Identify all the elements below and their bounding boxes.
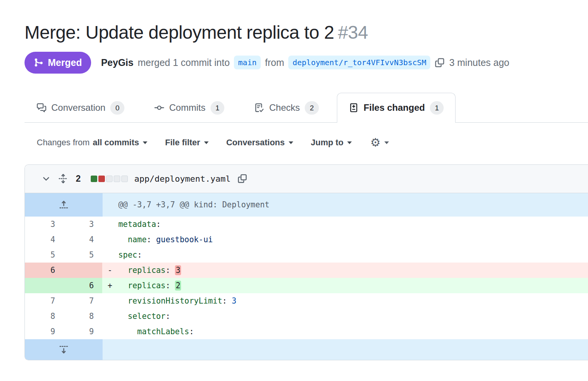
hunk-header-text: @@ -3,7 +3,7 @@ kind: Deployment bbox=[103, 193, 588, 217]
diff-sign: + bbox=[108, 278, 118, 293]
timestamp: 3 minutes ago bbox=[449, 57, 509, 68]
base-branch-label[interactable]: main bbox=[234, 56, 261, 69]
tab-count: 2 bbox=[305, 101, 319, 115]
diff-toolbar: Changes from all commits File filter Con… bbox=[37, 136, 588, 149]
code-token: : bbox=[165, 312, 170, 321]
code-token: : bbox=[147, 235, 156, 244]
code-token: 2 bbox=[175, 281, 181, 291]
git-merge-icon bbox=[34, 57, 44, 67]
old-line-number[interactable] bbox=[25, 278, 64, 293]
old-line-number[interactable]: 8 bbox=[25, 309, 64, 324]
pr-tab-nav: Conversation 0 Commits 1 Checks 2 Files … bbox=[24, 93, 588, 123]
pr-title-text: Merge: Update deployment replica to 2 bbox=[24, 22, 334, 43]
tab-commits[interactable]: Commits 1 bbox=[142, 93, 236, 123]
code-content: - replicas: 3 bbox=[102, 263, 588, 278]
diffstat-square-deleted bbox=[98, 176, 105, 182]
new-line-number[interactable]: 8 bbox=[64, 309, 102, 324]
chevron-down-icon bbox=[347, 141, 352, 144]
code-token: : bbox=[189, 327, 194, 336]
code-content: matchLabels: bbox=[102, 324, 588, 339]
file-filter-dropdown[interactable]: File filter bbox=[165, 138, 209, 148]
diffstat-square-neutral bbox=[114, 176, 120, 182]
expand-row-filler bbox=[103, 339, 588, 360]
tab-files-changed[interactable]: Files changed 1 bbox=[337, 93, 456, 123]
diff-line-del: 6- replicas: 3 bbox=[25, 263, 588, 278]
code-token: 3 bbox=[232, 296, 236, 305]
code-token: name bbox=[118, 235, 147, 244]
expand-down-icon bbox=[59, 344, 69, 355]
old-line-number[interactable]: 3 bbox=[25, 217, 64, 232]
code-token: matchLabels bbox=[118, 327, 189, 336]
code-content: spec: bbox=[102, 247, 588, 263]
copy-branch-button[interactable] bbox=[434, 57, 445, 68]
tab-label: Checks bbox=[269, 102, 300, 113]
from-text: from bbox=[265, 57, 284, 68]
changes-from-dropdown[interactable]: Changes from all commits bbox=[37, 138, 147, 148]
diff-settings-button[interactable]: ⚙ bbox=[368, 136, 391, 149]
tab-label: Files changed bbox=[364, 102, 425, 113]
old-line-number[interactable]: 5 bbox=[25, 247, 64, 263]
new-line-number[interactable]: 5 bbox=[64, 247, 102, 263]
status-badge: Merged bbox=[24, 52, 91, 74]
collapse-file-button[interactable] bbox=[42, 174, 51, 183]
jump-to-dropdown[interactable]: Jump to bbox=[311, 138, 352, 148]
file-path-link[interactable]: app/deployment.yaml bbox=[134, 174, 231, 184]
diffstat-square-neutral bbox=[106, 176, 113, 182]
code-content: + replicas: 2 bbox=[102, 278, 588, 293]
code-content: metadata: bbox=[102, 217, 588, 232]
new-line-number[interactable]: 7 bbox=[64, 293, 102, 309]
code-content: selector: bbox=[102, 309, 588, 324]
hunk-header-row: @@ -3,7 +3,7 @@ kind: Deployment bbox=[25, 193, 588, 217]
file-diff-icon bbox=[349, 103, 359, 113]
tab-count: 1 bbox=[211, 101, 225, 115]
new-line-number[interactable] bbox=[64, 263, 102, 278]
new-line-number[interactable]: 6 bbox=[64, 278, 102, 293]
code-token: 3 bbox=[175, 265, 181, 275]
unfold-icon bbox=[58, 174, 68, 184]
tab-label: Conversation bbox=[51, 102, 105, 113]
tab-label: Commits bbox=[169, 102, 206, 113]
diff-line-context: 33metadata: bbox=[25, 217, 588, 232]
old-line-number[interactable]: 4 bbox=[25, 232, 64, 247]
new-line-number[interactable]: 4 bbox=[64, 232, 102, 247]
old-line-number[interactable]: 6 bbox=[25, 263, 64, 278]
code-token: guestbook-ui bbox=[156, 235, 213, 244]
code-token: spec bbox=[118, 250, 137, 259]
author-link[interactable]: PeyGis bbox=[101, 57, 134, 68]
diff-table: @@ -3,7 +3,7 @@ kind: Deployment 33metad… bbox=[25, 193, 588, 360]
chevron-down-icon bbox=[42, 174, 51, 183]
pr-number: #34 bbox=[338, 22, 368, 43]
pr-meta-description: PeyGis merged 1 commit into main from de… bbox=[101, 56, 514, 69]
tab-checks[interactable]: Checks 2 bbox=[242, 93, 331, 123]
tab-conversation[interactable]: Conversation 0 bbox=[24, 93, 136, 123]
code-token: : bbox=[137, 250, 142, 259]
conversations-dropdown[interactable]: Conversations bbox=[226, 138, 293, 148]
old-line-number[interactable]: 9 bbox=[25, 324, 64, 339]
status-label: Merged bbox=[48, 57, 82, 68]
code-token: : bbox=[165, 266, 175, 275]
code-token: : bbox=[165, 281, 175, 290]
chevron-down-icon bbox=[289, 141, 293, 144]
checklist-icon bbox=[254, 103, 264, 113]
diff-line-context: 88 selector: bbox=[25, 309, 588, 324]
merge-action-text: merged 1 commit into bbox=[138, 57, 230, 68]
chevron-down-icon bbox=[143, 141, 147, 144]
gear-icon: ⚙ bbox=[370, 137, 381, 148]
head-branch-label[interactable]: deployment/r_tor4VFIvvN3bscSM bbox=[288, 56, 430, 69]
tab-count: 0 bbox=[110, 101, 124, 115]
old-line-number[interactable]: 7 bbox=[25, 293, 64, 309]
tab-count: 1 bbox=[430, 101, 444, 115]
new-line-number[interactable]: 9 bbox=[64, 324, 102, 339]
copy-icon bbox=[434, 57, 445, 68]
diffstat-square-added bbox=[91, 176, 97, 182]
git-commit-icon bbox=[154, 103, 164, 113]
copy-file-path-button[interactable] bbox=[237, 174, 247, 184]
expand-down-button[interactable] bbox=[25, 339, 103, 360]
file-header: 2 app/deployment.yaml bbox=[25, 165, 588, 193]
new-line-number[interactable]: 3 bbox=[64, 217, 102, 232]
expand-up-button[interactable] bbox=[25, 193, 103, 217]
diff-lines: 33metadata:44 name: guestbook-ui55spec:6… bbox=[25, 217, 588, 339]
expand-all-button[interactable] bbox=[58, 174, 68, 184]
code-token: revisionHistoryLimit bbox=[118, 296, 222, 305]
diff-line-context: 55spec: bbox=[25, 247, 588, 263]
